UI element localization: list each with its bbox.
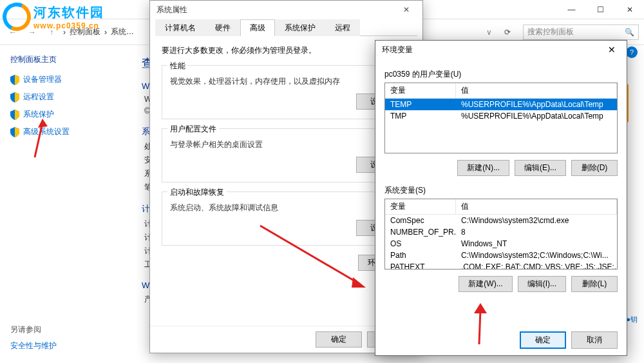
help-icon[interactable]: ? <box>626 46 638 58</box>
breadcrumb-item[interactable]: 系统… <box>111 26 134 37</box>
breadcrumb: › <box>63 28 66 37</box>
profile-group: 用户配置文件 与登录帐户相关的桌面设置 设置( <box>162 128 411 182</box>
list-header: 变量值 <box>385 199 617 215</box>
table-row[interactable]: ComSpecC:\Windows\system32\cmd.exe <box>385 215 617 226</box>
sys-delete-button[interactable]: 删除(L) <box>571 276 618 292</box>
dialog-title: 系统属性 <box>156 5 187 15</box>
user-vars-list[interactable]: 变量值 TEMP%USERPROFILE%\AppData\Local\Temp… <box>384 83 618 153</box>
close-icon[interactable]: ✕ <box>397 5 416 14</box>
search-placeholder: 搜索控制面板 <box>527 26 574 37</box>
table-row[interactable]: TMP%USERPROFILE%\AppData\Local\Temp <box>385 110 617 122</box>
tab-computer-name[interactable]: 计算机名 <box>155 19 205 36</box>
ok-button[interactable]: 确定 <box>316 331 362 348</box>
admin-note: 要进行大多数更改，你必须作为管理员登录。 <box>162 45 411 56</box>
table-row[interactable]: PathC:\Windows\system32;C:\Windows;C:\Wi… <box>385 250 617 261</box>
table-row[interactable]: PATHEXT.COM;.EXE;.BAT;.CMD;.VBS;.VBE;.JS… <box>385 261 617 270</box>
search-icon: 🔍 <box>625 28 634 37</box>
dialog-title: 环境变量 <box>382 44 413 55</box>
sidebar-item-adv[interactable]: 高级系统设置 <box>10 126 118 137</box>
dialog-titlebar: 系统属性 ✕ <box>150 1 422 19</box>
sidebar-title[interactable]: 控制面板主页 <box>10 54 118 65</box>
forward-icon[interactable]: → <box>24 25 40 40</box>
user-vars-label: pc0359 的用户变量(U) <box>384 69 618 80</box>
ok-button[interactable]: 确定 <box>520 331 566 349</box>
breadcrumb-sep: › <box>104 28 107 37</box>
cancel-button[interactable]: 取消 <box>571 331 618 349</box>
back-icon[interactable]: ← <box>5 25 21 40</box>
close-button[interactable]: ✕ <box>615 0 644 19</box>
startup-group: 启动和故障恢复 系统启动、系统故障和调试信息 设置( <box>162 191 411 246</box>
minimize-button[interactable]: — <box>557 0 586 19</box>
activation-link[interactable]: ●钥 <box>626 315 638 324</box>
tab-bar: 计算机名 硬件 高级 系统保护 远程 <box>155 19 417 36</box>
tab-hardware[interactable]: 硬件 <box>205 19 240 36</box>
tab-sysprot[interactable]: 系统保护 <box>275 19 325 36</box>
security-maintenance-link[interactable]: 安全性与维护 <box>10 340 57 351</box>
shield-icon <box>10 92 19 103</box>
sidebar-item-remote[interactable]: 远程设置 <box>10 92 118 103</box>
search-input[interactable]: 搜索控制面板 🔍 <box>523 25 639 40</box>
env-vars-dialog: 环境变量 ✕ pc0359 的用户变量(U) 变量值 TEMP%USERPROF… <box>375 40 627 356</box>
breadcrumb-item[interactable]: 控制面板 <box>70 26 100 37</box>
sidebar-item-sysprot[interactable]: 系统保护 <box>10 109 118 120</box>
sys-new-button[interactable]: 新建(W)... <box>459 276 512 292</box>
table-row[interactable]: NUMBER_OF_PR...8 <box>385 226 617 238</box>
tab-remote[interactable]: 远程 <box>325 19 360 36</box>
sidebar-item-devmgr[interactable]: 设备管理器 <box>10 74 118 85</box>
sidebar: 控制面板主页 设备管理器 远程设置 系统保护 高级系统设置 另请参阅 安全性与维… <box>0 45 129 363</box>
sys-vars-label: 系统变量(S) <box>384 185 618 196</box>
sys-edit-button[interactable]: 编辑(I)... <box>518 276 566 292</box>
performance-group: 性能 视觉效果，处理器计划，内存使用，以及虚拟内存 设置( <box>162 65 411 119</box>
maximize-button[interactable]: ☐ <box>586 0 615 19</box>
shield-icon <box>10 110 19 120</box>
sys-vars-list[interactable]: 变量值 ComSpecC:\Windows\system32\cmd.exeNU… <box>384 199 618 270</box>
shield-icon <box>10 75 19 85</box>
see-also-label: 另请参阅 <box>10 324 57 335</box>
table-row[interactable]: OSWindows_NT <box>385 238 617 250</box>
user-new-button[interactable]: 新建(N)... <box>457 160 509 176</box>
user-edit-button[interactable]: 编辑(E)... <box>515 160 566 176</box>
tab-advanced[interactable]: 高级 <box>240 19 275 36</box>
list-header: 变量值 <box>385 83 617 99</box>
table-row[interactable]: TEMP%USERPROFILE%\AppData\Local\Temp <box>385 99 617 110</box>
refresh-icon[interactable]: ⟳ <box>500 25 515 40</box>
user-delete-button[interactable]: 删除(D) <box>571 160 618 176</box>
shield-icon <box>10 127 19 137</box>
up-icon[interactable]: ↑ <box>44 25 59 40</box>
dialog-titlebar: 环境变量 ✕ <box>375 41 627 59</box>
close-icon[interactable]: ✕ <box>603 44 620 55</box>
